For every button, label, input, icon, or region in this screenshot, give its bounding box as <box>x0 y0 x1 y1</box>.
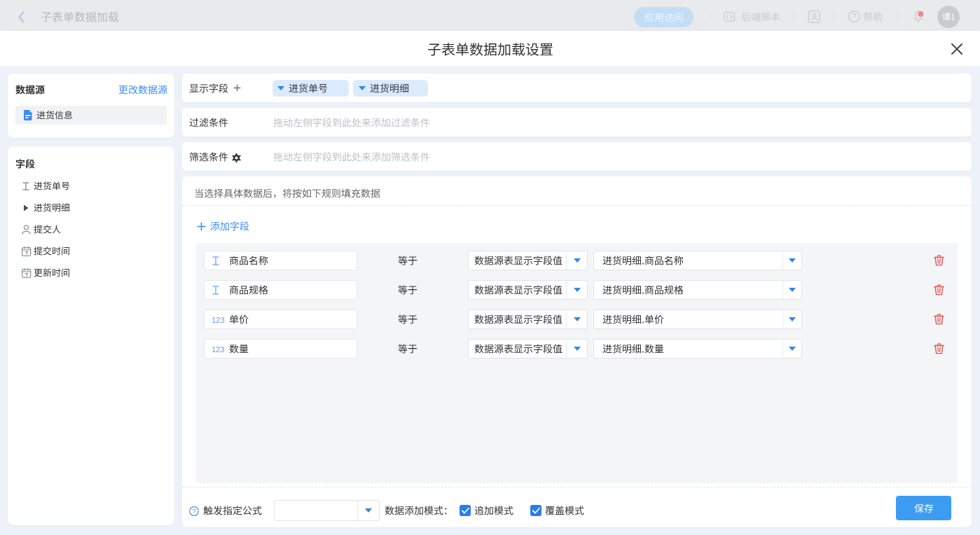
svg-text:?: ? <box>192 507 195 515</box>
svg-text:?: ? <box>853 12 857 20</box>
